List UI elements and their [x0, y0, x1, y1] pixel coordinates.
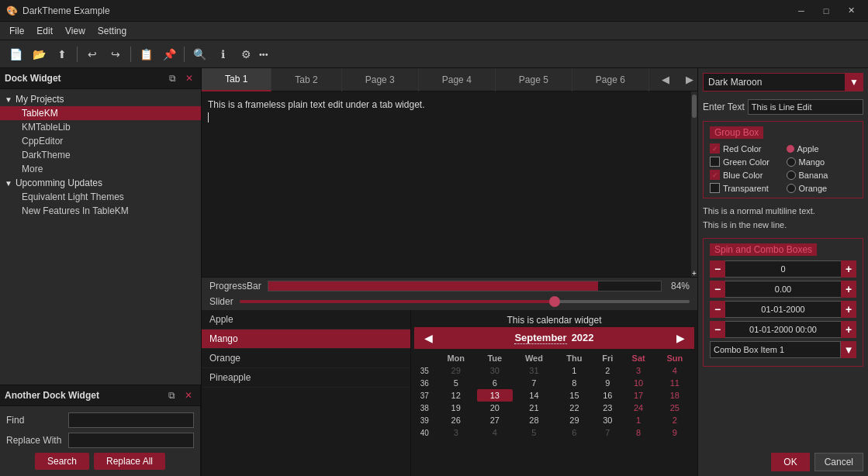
replace-input[interactable]	[68, 433, 194, 448]
tree-item-more[interactable]: More	[0, 162, 201, 176]
slider-track[interactable]	[240, 300, 690, 303]
cal-day[interactable]: 7	[593, 426, 622, 439]
search-button[interactable]: Search	[35, 453, 89, 470]
maximize-button[interactable]: □	[815, 3, 837, 19]
cal-day[interactable]: 30	[477, 364, 513, 377]
minimize-button[interactable]: ─	[790, 3, 812, 19]
cal-day[interactable]: 14	[513, 389, 555, 402]
list-item-mango[interactable]: Mango	[202, 329, 410, 349]
dock-float-button[interactable]: ⧉	[165, 71, 179, 85]
cal-day[interactable]: 12	[435, 389, 477, 402]
cal-day[interactable]: 5	[435, 377, 477, 389]
tab-scroll-right[interactable]: ▶	[682, 72, 697, 88]
tree-item-kmtablelib[interactable]: KMTableLib	[0, 120, 201, 134]
cal-day[interactable]: 1	[555, 364, 593, 377]
list-item-orange[interactable]: Orange	[202, 349, 410, 368]
tree-item-new-features[interactable]: New Features In TableKM	[0, 204, 201, 218]
cal-day[interactable]: 27	[477, 414, 513, 426]
tree-group-header-myprojects[interactable]: ▼ My Projects	[0, 92, 201, 106]
tab-page5[interactable]: Page 5	[496, 68, 572, 91]
radio-banana[interactable]: Banana	[787, 170, 857, 180]
radio-orange[interactable]: Orange	[787, 183, 857, 193]
cal-day[interactable]: 24	[622, 402, 655, 414]
cal-day[interactable]: 15	[555, 389, 593, 402]
radio-mango[interactable]: Mango	[787, 157, 857, 167]
cal-day[interactable]: 29	[555, 414, 593, 426]
toolbar-redo[interactable]: ↪	[105, 43, 126, 65]
cal-day[interactable]: 13	[477, 389, 513, 402]
spin-double-minus[interactable]: −	[710, 281, 725, 298]
cal-day[interactable]: 25	[655, 402, 694, 414]
list-item-pineapple[interactable]: Pineapple	[202, 368, 410, 388]
toolbar-undo[interactable]: ↩	[81, 43, 103, 65]
checkbox-blue[interactable]: ✓ Blue Color	[710, 170, 780, 180]
line-edit[interactable]	[748, 99, 863, 115]
combo-box-input[interactable]	[710, 341, 841, 358]
tree-item-tablekm[interactable]: TableKM	[0, 106, 201, 120]
toolbar-settings[interactable]: ⚙	[235, 43, 257, 65]
another-dock-close-button[interactable]: ✕	[182, 388, 195, 402]
scroll-bar-vertical[interactable]: +	[691, 91, 697, 277]
theme-combo[interactable]: Dark Maroon	[703, 73, 863, 91]
cal-day[interactable]: 8	[555, 377, 593, 389]
tree-item-equiv-light[interactable]: Equivalent Light Themes	[0, 190, 201, 204]
tab-page6[interactable]: Page 6	[572, 68, 649, 91]
cal-day[interactable]: 3	[435, 426, 477, 439]
combo-box-dropdown-button[interactable]: ▼	[841, 341, 856, 358]
cal-day[interactable]: 7	[513, 377, 555, 389]
find-input[interactable]	[68, 412, 194, 428]
cancel-button[interactable]: Cancel	[814, 453, 863, 471]
toolbar-open[interactable]: 📂	[28, 43, 50, 65]
cal-day[interactable]: 26	[435, 414, 477, 426]
cal-day[interactable]: 2	[593, 364, 622, 377]
tree-group-header-upcoming[interactable]: ▼ Upcomming Updates	[0, 176, 201, 190]
checkbox-transparent[interactable]: Transparent	[710, 183, 780, 193]
tree-item-cppeditor[interactable]: CppEditor	[0, 134, 201, 148]
dock-close-button[interactable]: ✕	[182, 71, 196, 85]
cal-day[interactable]: 18	[655, 389, 694, 402]
cal-day[interactable]: 23	[593, 402, 622, 414]
spin-datetime-minus[interactable]: −	[710, 321, 725, 338]
cal-day[interactable]: 5	[513, 426, 555, 439]
spin-date-minus[interactable]: −	[710, 301, 725, 318]
spin-int-plus[interactable]: +	[841, 260, 856, 278]
calendar-prev-button[interactable]: ◀	[420, 330, 436, 346]
tab-2[interactable]: Tab 2	[271, 68, 341, 91]
tree-item-darktheme[interactable]: DarkTheme	[0, 148, 201, 162]
cal-day[interactable]: 3	[622, 364, 655, 377]
cal-day[interactable]: 30	[593, 414, 622, 426]
toolbar-upload[interactable]: ⬆	[51, 43, 73, 65]
checkbox-red[interactable]: ✓ Red Color	[710, 143, 780, 153]
cal-day[interactable]: 10	[622, 377, 655, 389]
cal-day[interactable]: 4	[655, 364, 694, 377]
tab-page4[interactable]: Page 4	[419, 68, 496, 91]
toolbar-search[interactable]: 🔍	[188, 43, 210, 65]
cal-day[interactable]: 2	[655, 414, 694, 426]
close-button[interactable]: ✕	[840, 3, 862, 19]
toolbar-new[interactable]: 📄	[5, 43, 26, 65]
spin-date-input[interactable]	[725, 301, 841, 318]
radio-apple[interactable]: Apple	[787, 143, 857, 153]
spin-datetime-input[interactable]	[725, 321, 841, 338]
cal-day[interactable]: 8	[622, 426, 655, 439]
toolbar-paste[interactable]: 📌	[158, 43, 180, 65]
cal-day[interactable]: 9	[593, 377, 622, 389]
toolbar-more[interactable]: •••	[258, 43, 269, 65]
cal-day[interactable]: 29	[435, 364, 477, 377]
cal-day[interactable]: 16	[593, 389, 622, 402]
cal-day[interactable]: 4	[477, 426, 513, 439]
cal-day[interactable]: 21	[513, 402, 555, 414]
replace-all-button[interactable]: Replace All	[94, 453, 165, 470]
calendar-next-button[interactable]: ▶	[673, 330, 688, 346]
spin-int-input[interactable]	[725, 260, 841, 278]
cal-day[interactable]: 28	[513, 414, 555, 426]
tab-page3[interactable]: Page 3	[342, 68, 419, 91]
tab-scroll-left[interactable]: ◀	[658, 72, 673, 88]
cal-day[interactable]: 17	[622, 389, 655, 402]
spin-double-input[interactable]	[725, 281, 841, 298]
another-dock-float-button[interactable]: ⧉	[164, 388, 178, 402]
spin-double-plus[interactable]: +	[841, 281, 856, 298]
menu-setting[interactable]: Setting	[92, 24, 133, 38]
checkbox-green[interactable]: Green Color	[710, 157, 780, 167]
cal-day[interactable]: 6	[477, 377, 513, 389]
